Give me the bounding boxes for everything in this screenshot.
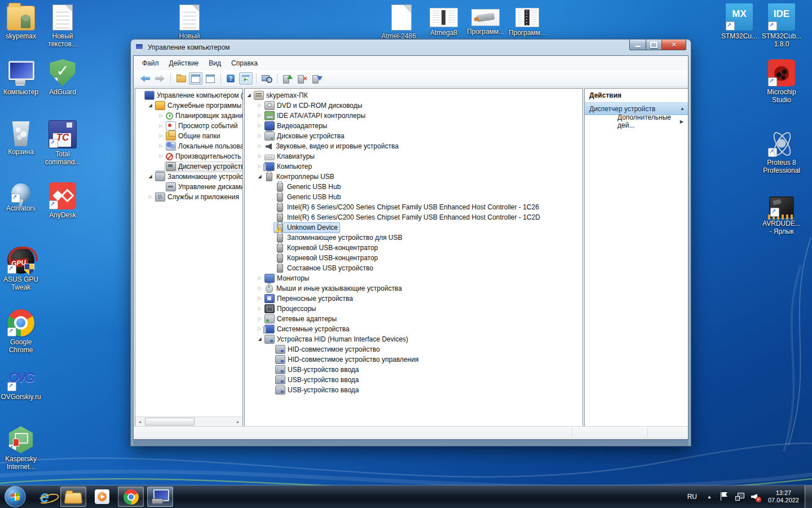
device-tree-row[interactable]: HID-совместимое устройство xyxy=(245,344,582,354)
network-icon[interactable] xyxy=(735,492,744,501)
device-tree-row[interactable]: Unknown Device xyxy=(245,222,582,233)
device-tree-row[interactable]: ▷Звуковые, видео и игровые устройства xyxy=(245,141,582,151)
scroll-right-arrow-icon[interactable]: ▸ xyxy=(233,418,242,426)
device-tree-row[interactable]: HID-совместимое устройство управления xyxy=(245,354,582,365)
export-list-button[interactable] xyxy=(174,72,188,85)
device-tree-row[interactable]: ◢skypemax-ПК xyxy=(245,90,582,100)
computer-management-button[interactable] xyxy=(147,487,173,507)
maximize-button[interactable] xyxy=(646,40,661,50)
disable-device-button[interactable] xyxy=(310,72,324,85)
device-tree-row[interactable]: ▷Компьютер xyxy=(245,161,582,172)
uninstall-device-button[interactable] xyxy=(295,72,309,85)
actions-item-more-actions[interactable]: Дополнительные дей... ▶ xyxy=(585,115,688,128)
collapse-arrow-icon[interactable]: ▲ xyxy=(680,106,685,111)
scrollbar-thumb[interactable] xyxy=(145,418,195,426)
console-tree-row[interactable]: Диспетчер устройств xyxy=(135,161,242,172)
tree-item[interactable]: IDE ATA/ATAPI контроллеры xyxy=(263,111,368,121)
tree-item[interactable]: Клавиатуры xyxy=(263,151,317,162)
expand-expander-icon[interactable]: ▷ xyxy=(257,100,263,111)
menu-item-3[interactable]: Справка xyxy=(226,57,263,69)
device-tree-row[interactable]: Intel(R) 6 Series/C200 Series Chipset Fa… xyxy=(245,202,582,212)
tree-item[interactable]: Unknown Device xyxy=(273,222,340,233)
desktop-icon-proteus[interactable]: Proteus 8 Professional xyxy=(758,130,805,174)
minimize-button[interactable] xyxy=(629,40,646,50)
menu-item-2[interactable]: Вид xyxy=(204,57,226,69)
tree-item[interactable]: Переносные устройства xyxy=(263,294,355,304)
expand-expander-icon[interactable]: ▷ xyxy=(257,314,263,324)
tree-item[interactable]: Службы и приложения xyxy=(153,192,241,203)
show-console-tree-button[interactable] xyxy=(189,72,202,85)
expand-expander-icon[interactable]: ▷ xyxy=(158,131,164,141)
expand-expander-icon[interactable]: ▷ xyxy=(158,121,164,131)
desktop-icon-new-text-file[interactable]: Новый текстов... xyxy=(39,3,86,48)
console-tree-row[interactable]: ▷Производительность xyxy=(135,151,242,161)
tree-item[interactable]: Диспетчер устройств xyxy=(164,161,243,172)
desktop-icon-adguard[interactable]: AdGuard xyxy=(39,59,86,96)
device-tree-row[interactable]: ◢Устройства HID (Human Interface Devices… xyxy=(245,334,582,344)
console-tree-row[interactable]: ◢Запоминающие устройст xyxy=(135,172,242,182)
expand-expander-icon[interactable]: ▷ xyxy=(257,324,263,334)
horizontal-scrollbar[interactable]: ◂ ▸ xyxy=(135,417,242,426)
tree-item[interactable]: DVD и CD-ROM дисководы xyxy=(263,100,364,111)
console-tree-row[interactable]: ▷Службы и приложения xyxy=(135,192,242,202)
desktop-icon-total-commander[interactable]: TCTotal command... xyxy=(39,120,86,166)
collapse-expander-icon[interactable]: ◢ xyxy=(257,334,263,344)
expand-expander-icon[interactable]: ▷ xyxy=(257,111,263,121)
desktop-icon-recycle-bin[interactable]: Корзина xyxy=(0,120,45,156)
desktop-icon-kaspersky[interactable]: Kaspersky Internet... xyxy=(0,426,45,471)
console-tree-row[interactable]: ◢Служебные программы xyxy=(135,100,242,111)
back-button[interactable] xyxy=(139,72,152,85)
tree-item[interactable]: Общие папки xyxy=(164,131,222,142)
desktop-icon-activators[interactable]: Activators xyxy=(0,182,45,212)
tree-item[interactable]: Запоминающие устройст xyxy=(153,172,243,182)
tree-item[interactable]: Процессоры xyxy=(263,304,319,314)
collapse-expander-icon[interactable]: ◢ xyxy=(147,100,153,111)
desktop-icon-asus-gpu-tweak[interactable]: GPUASUS GPU Tweak xyxy=(0,247,45,291)
close-button[interactable]: ✕ xyxy=(661,40,686,50)
tree-item[interactable]: Локальные пользовате xyxy=(164,141,243,152)
show-hide-action-pane-button[interactable] xyxy=(239,72,253,85)
expand-expander-icon[interactable]: ▷ xyxy=(257,121,263,131)
collapse-expander-icon[interactable]: ◢ xyxy=(147,172,153,182)
tree-item[interactable]: Составное USB устройство xyxy=(273,263,376,274)
device-tree-row[interactable]: Корневой USB-концентратор xyxy=(245,253,582,263)
tree-item[interactable]: Системные устройства xyxy=(263,324,352,335)
desktop-icon-atmega8[interactable]: Atmega8 xyxy=(420,3,467,37)
tree-item[interactable]: HID-совместимое устройство xyxy=(273,344,382,355)
tree-item[interactable]: Управление компьютером (л xyxy=(143,90,243,101)
device-tree-row[interactable]: ▷Процессоры xyxy=(245,304,582,314)
device-tree-row[interactable]: USB-устройство ввода xyxy=(245,365,582,375)
desktop-icon-computer[interactable]: Компьютер xyxy=(0,59,45,96)
console-tree-row[interactable]: ▷Общие папки xyxy=(135,131,242,141)
show-desktop-button[interactable] xyxy=(805,485,812,508)
device-tree-row[interactable]: ▷Дисковые устройства xyxy=(245,131,582,141)
console-tree-row[interactable]: ▷Просмотр событий xyxy=(135,121,242,131)
tree-item[interactable]: Мыши и иные указывающие устройства xyxy=(263,283,404,294)
update-driver-button[interactable] xyxy=(281,72,294,85)
expand-expander-icon[interactable]: ▷ xyxy=(257,141,263,151)
hidden-icons-arrow-icon[interactable]: ▲ xyxy=(703,494,716,500)
tree-item[interactable]: Запоминающее устройство для USB xyxy=(273,233,404,243)
tree-item[interactable]: Звуковые, видео и игровые устройства xyxy=(263,141,401,152)
collapse-expander-icon[interactable]: ◢ xyxy=(257,172,263,182)
scroll-left-arrow-icon[interactable]: ◂ xyxy=(135,418,144,426)
expand-expander-icon[interactable]: ▷ xyxy=(147,192,153,202)
desktop-icon-stm32cubemx[interactable]: MXSTM32Cu... xyxy=(716,3,763,40)
tree-item[interactable]: Служебные программы xyxy=(153,100,243,111)
tree-item[interactable]: HID-совместимое устройство управления xyxy=(273,354,421,365)
device-tree-row[interactable]: ▷Переносные устройства xyxy=(245,294,582,304)
console-tree-row[interactable]: Управление дисками xyxy=(135,182,242,192)
expand-expander-icon[interactable]: ▷ xyxy=(257,131,263,141)
device-tree-row[interactable]: Составное USB устройство xyxy=(245,263,582,273)
properties-button[interactable] xyxy=(204,72,217,85)
expand-expander-icon[interactable]: ▷ xyxy=(257,161,263,172)
expand-expander-icon[interactable]: ▷ xyxy=(158,141,164,151)
device-tree-row[interactable]: Запоминающее устройство для USB xyxy=(245,233,582,243)
device-tree-row[interactable]: ▷IDE ATA/ATAPI контроллеры xyxy=(245,111,582,121)
action-center-flag-icon[interactable] xyxy=(720,492,729,501)
device-tree-row[interactable]: ▷Системные устройства xyxy=(245,324,582,334)
tree-item[interactable]: Производительность xyxy=(164,151,243,162)
language-indicator[interactable]: RU xyxy=(682,493,703,501)
tree-item[interactable]: Мониторы xyxy=(263,273,311,284)
expand-expander-icon[interactable]: ▷ xyxy=(158,151,164,161)
